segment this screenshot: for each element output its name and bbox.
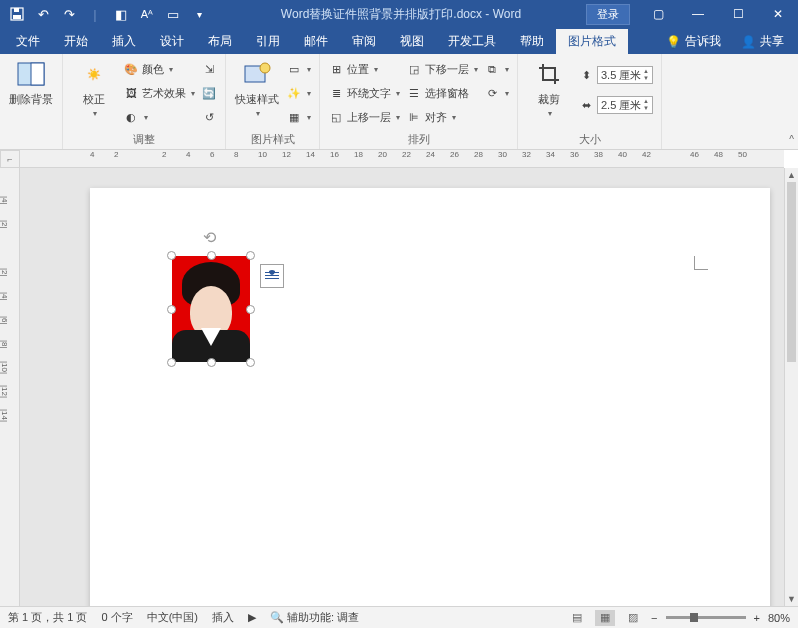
qat-item-1[interactable]: ◧ [110,3,132,25]
rotate-handle-icon[interactable]: ⟲ [203,228,219,244]
crop-button[interactable]: 裁剪▾ [526,58,572,118]
share-button[interactable]: 👤共享 [731,29,794,54]
compress-button[interactable]: ⇲ [201,58,217,80]
change-pic-icon: 🔄 [201,85,217,101]
scroll-down-icon[interactable]: ▼ [785,592,798,606]
artistic-icon: 🖼 [123,85,139,101]
quick-access-toolbar: ↶ ↷ | ◧ Aᴬ ▭ ▾ [0,3,216,25]
compress-icon: ⇲ [201,61,217,77]
remove-background-button[interactable]: 删除背景 [8,58,54,107]
artistic-effects-button[interactable]: 🖼艺术效果▾ [123,82,195,104]
undo-icon[interactable]: ↶ [32,3,54,25]
tab-mailings[interactable]: 邮件 [292,29,340,54]
rotate-icon: ⟳ [484,85,500,101]
picture-effects-button[interactable]: ✨▾ [286,82,311,104]
color-button[interactable]: 🎨颜色▾ [123,58,195,80]
group-size: 裁剪▾ ⬍3.5 厘米▲▼ ⬌2.5 厘米▲▼ 大小 [518,54,662,149]
ribbon: 删除背景 ☀️ 校正▾ 🎨颜色▾ 🖼艺术效果▾ ◐▾ ⇲ 🔄 ↺ 调整 [0,54,798,150]
tab-help[interactable]: 帮助 [508,29,556,54]
align-icon: ⊫ [406,109,422,125]
width-field[interactable]: ⬌2.5 厘米▲▼ [578,94,653,116]
picture-layout-button[interactable]: ▦▾ [286,106,311,128]
selection-pane-button[interactable]: ☰选择窗格 [406,82,478,104]
svg-rect-8 [265,275,279,276]
scroll-thumb[interactable] [787,182,796,362]
tab-home[interactable]: 开始 [52,29,100,54]
corrections-button[interactable]: ☀️ 校正▾ [71,58,117,118]
vertical-ruler[interactable]: |4||2||2||4||6||8||10||12||14| [0,168,20,606]
reset-button[interactable]: ↺ [201,106,217,128]
transparency-button[interactable]: ◐▾ [123,106,195,128]
position-button[interactable]: ⊞位置▾ [328,58,400,80]
tab-references[interactable]: 引用 [244,29,292,54]
resize-handle[interactable] [167,305,176,314]
login-button[interactable]: 登录 [586,4,630,25]
group-label-styles: 图片样式 [234,130,311,147]
selection-icon: ☰ [406,85,422,101]
resize-handle[interactable] [207,251,216,260]
read-mode-icon[interactable]: ▤ [567,610,587,626]
document-area[interactable]: ⟲ [20,168,784,606]
collapse-ribbon-icon[interactable]: ^ [789,134,794,145]
macro-icon[interactable]: ▶ [248,611,256,624]
ruler-corner[interactable]: ⌐ [0,150,20,168]
wrap-text-button[interactable]: ≣环绕文字▾ [328,82,400,104]
tab-layout[interactable]: 布局 [196,29,244,54]
minimize-icon[interactable]: — [678,0,718,28]
close-icon[interactable]: ✕ [758,0,798,28]
insert-mode[interactable]: 插入 [212,610,234,625]
group-adjust: ☀️ 校正▾ 🎨颜色▾ 🖼艺术效果▾ ◐▾ ⇲ 🔄 ↺ 调整 [63,54,226,149]
tab-review[interactable]: 审阅 [340,29,388,54]
language[interactable]: 中文(中国) [147,610,198,625]
word-count[interactable]: 0 个字 [101,610,132,625]
zoom-level[interactable]: 80% [768,612,790,624]
rotate-button[interactable]: ⟳▾ [484,82,509,104]
send-backward-button[interactable]: ◲下移一层▾ [406,58,478,80]
resize-handle[interactable] [167,358,176,367]
resize-handle[interactable] [246,305,255,314]
layout-options-button[interactable] [260,264,284,288]
qat-item-3[interactable]: ▭ [162,3,184,25]
vertical-scrollbar[interactable]: ▲ ▼ [784,168,798,606]
save-icon[interactable] [6,3,28,25]
group-button[interactable]: ⧉▾ [484,58,509,80]
tab-view[interactable]: 视图 [388,29,436,54]
redo-icon[interactable]: ↷ [58,3,80,25]
ribbon-tabs: 文件 开始 插入 设计 布局 引用 邮件 审阅 视图 开发工具 帮助 图片格式 … [0,28,798,54]
resize-handle[interactable] [246,251,255,260]
web-layout-icon[interactable]: ▨ [623,610,643,626]
maximize-icon[interactable]: ☐ [718,0,758,28]
picture-border-button[interactable]: ▭▾ [286,58,311,80]
zoom-in-button[interactable]: + [754,612,760,624]
tab-file[interactable]: 文件 [4,29,52,54]
accessibility-status[interactable]: 🔍 辅助功能: 调查 [270,610,359,625]
page[interactable]: ⟲ [90,188,770,606]
margin-marker [694,256,708,270]
qat-sep: | [84,3,106,25]
height-field[interactable]: ⬍3.5 厘米▲▼ [578,64,653,86]
qat-item-2[interactable]: Aᴬ [136,3,158,25]
resize-handle[interactable] [207,358,216,367]
bring-forward-button[interactable]: ◱上移一层▾ [328,106,400,128]
selected-image[interactable]: ⟲ [172,256,250,362]
tell-me-button[interactable]: 💡告诉我 [656,29,731,54]
resize-handle[interactable] [167,251,176,260]
tab-developer[interactable]: 开发工具 [436,29,508,54]
group-label-arrange: 排列 [328,130,509,147]
horizontal-ruler[interactable]: 4224681012141618202224262830323436384042… [20,150,784,168]
tab-insert[interactable]: 插入 [100,29,148,54]
tab-design[interactable]: 设计 [148,29,196,54]
ribbon-display-icon[interactable]: ▢ [638,0,678,28]
align-button[interactable]: ⊫对齐▾ [406,106,478,128]
tab-picture-format[interactable]: 图片格式 [556,29,628,54]
quick-styles-button[interactable]: 快速样式▾ [234,58,280,118]
scroll-up-icon[interactable]: ▲ [785,168,798,182]
resize-handle[interactable] [246,358,255,367]
print-layout-icon[interactable]: ▦ [595,610,615,626]
svg-rect-2 [14,8,19,12]
zoom-out-button[interactable]: − [651,612,657,624]
page-number[interactable]: 第 1 页，共 1 页 [8,610,87,625]
change-picture-button[interactable]: 🔄 [201,82,217,104]
zoom-slider[interactable] [666,616,746,619]
qat-more-icon[interactable]: ▾ [188,3,210,25]
